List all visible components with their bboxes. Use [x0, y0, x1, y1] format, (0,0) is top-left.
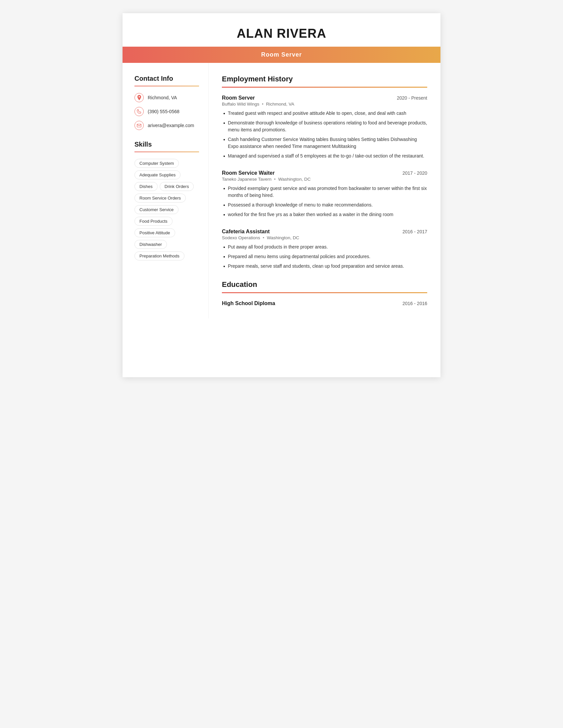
skill-tag: Preparation Methods [134, 251, 184, 260]
skill-tag: Positive Attitude [134, 228, 175, 237]
job-block: Cafeteria Assistant2016 - 2017Sodexo Ope… [222, 229, 427, 270]
title-bar: Room Server [122, 47, 441, 63]
contact-email: arivera@example.com [134, 121, 199, 130]
contact-section: Contact Info Richmond, VA (390) 555-0568 [134, 75, 199, 130]
skill-tag: Dishes [134, 182, 158, 191]
education-list: High School Diploma2016 - 2016 [222, 300, 427, 306]
job-company: Taneko Japanese Tavern • Washington, DC [222, 177, 427, 182]
job-title: Cafeteria Assistant [222, 229, 269, 235]
sidebar: Contact Info Richmond, VA (390) 555-0568 [122, 63, 209, 318]
education-block: High School Diploma2016 - 2016 [222, 300, 427, 306]
contact-location-text: Richmond, VA [148, 95, 177, 100]
skills-section: Skills Computer SystemAdequate SuppliesD… [134, 141, 199, 263]
skill-tag: Drink Orders [160, 182, 194, 191]
skill-tag: Customer Service [134, 205, 178, 214]
main-content: Employment History Room Server2020 - Pre… [209, 63, 441, 318]
education-degree: High School Diploma [222, 300, 275, 306]
resume-container: ALAN RIVERA Room Server Contact Info Ric… [122, 13, 441, 377]
job-title: Room Server [222, 95, 255, 101]
resume-body: Contact Info Richmond, VA (390) 555-0568 [122, 63, 441, 318]
contact-phone-text: (390) 555-0568 [148, 109, 179, 114]
skill-tag: Food Products [134, 217, 172, 226]
skill-tag: Adequate Supplies [134, 170, 180, 179]
job-header: Cafeteria Assistant2016 - 2017 [222, 229, 427, 235]
education-section: Education High School Diploma2016 - 2016 [222, 280, 427, 306]
skill-tag: Dishwasher [134, 240, 167, 249]
job-company: Sodexo Operations • Washington, DC [222, 235, 427, 240]
skills-divider [134, 152, 199, 152]
job-header: Room Server2020 - Present [222, 95, 427, 101]
job-title: Room Service Waiter [222, 170, 274, 176]
job-bullet: Put away all food products in there prop… [222, 244, 427, 250]
skills-section-title: Skills [134, 141, 199, 148]
job-bullet: Treated guest with respect and positive … [222, 110, 427, 117]
email-icon [134, 121, 144, 130]
job-block: Room Service Waiter2017 - 2020Taneko Jap… [222, 170, 427, 218]
education-divider [222, 292, 427, 293]
job-bullet: Demonstrate thorough knowledge of busine… [222, 119, 427, 133]
job-dates: 2016 - 2017 [402, 229, 427, 234]
job-block: Room Server2020 - PresentBuffalo Wild Wi… [222, 95, 427, 159]
contact-email-text: arivera@example.com [148, 123, 194, 128]
job-bullet: Cash handeling Customer Service Waiting … [222, 136, 427, 150]
location-icon [134, 93, 144, 102]
employment-section: Employment History Room Server2020 - Pre… [222, 75, 427, 270]
job-bullet: Prepared all menu items using department… [222, 253, 427, 260]
job-dates: 2020 - Present [397, 95, 427, 101]
candidate-name: ALAN RIVERA [122, 26, 441, 41]
contact-phone: (390) 555-0568 [134, 107, 199, 116]
contact-section-title: Contact Info [134, 75, 199, 82]
contact-divider [134, 86, 199, 86]
job-dates: 2017 - 2020 [402, 170, 427, 176]
candidate-title: Room Server [122, 51, 441, 58]
job-bullet: Provided exemplary guest service and was… [222, 185, 427, 199]
employment-section-title: Employment History [222, 75, 427, 83]
employment-divider [222, 87, 427, 88]
phone-icon [134, 107, 144, 116]
education-dates: 2016 - 2016 [402, 301, 427, 306]
skill-tag: Room Service Orders [134, 194, 186, 203]
job-header: Room Service Waiter2017 - 2020 [222, 170, 427, 176]
resume-header: ALAN RIVERA Room Server [122, 13, 441, 63]
skills-tags: Computer SystemAdequate SuppliesDishesDr… [134, 159, 199, 263]
job-bullet: Managed and supervised a staff of 5 empl… [222, 153, 427, 159]
job-bullet: Possessed a thorough knowledge of menu t… [222, 202, 427, 208]
job-bullet: Prepare meals, serve staff and students,… [222, 263, 427, 270]
contact-location: Richmond, VA [134, 93, 199, 102]
job-company: Buffalo Wild Wings • Richmond, VA [222, 102, 427, 107]
education-section-title: Education [222, 280, 427, 289]
job-bullet: worked for the first five yrs as a baker… [222, 211, 427, 218]
jobs-list: Room Server2020 - PresentBuffalo Wild Wi… [222, 95, 427, 270]
skill-tag: Computer System [134, 159, 179, 168]
